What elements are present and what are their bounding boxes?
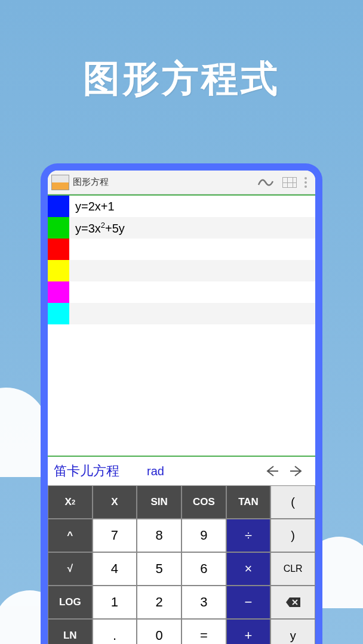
keypad: X2 X SIN COS TAN ( ^ 7 8 9 ÷ ) √ 4 5 6 ×… xyxy=(48,485,315,644)
equation-list: y=2x+1 y=3x2+5y xyxy=(48,196,315,324)
page-title: 图形方程式 xyxy=(0,0,363,104)
key-tan[interactable]: TAN xyxy=(226,485,271,519)
color-swatch[interactable] xyxy=(48,281,69,303)
key-sqrt[interactable]: √ xyxy=(48,552,93,586)
key-4[interactable]: 4 xyxy=(93,552,137,586)
equation-row[interactable] xyxy=(48,260,315,281)
key-decimal[interactable]: . xyxy=(93,619,137,644)
key-x-squared[interactable]: X2 xyxy=(48,485,93,519)
key-multiply[interactable]: × xyxy=(226,552,271,586)
key-close-paren[interactable]: ) xyxy=(270,519,315,552)
app-screen: 图形方程 y=2x+1 y=3x2+5y xyxy=(48,171,315,644)
key-log[interactable]: LOG xyxy=(48,586,93,619)
graph-view-icon[interactable] xyxy=(256,175,276,190)
key-x[interactable]: X xyxy=(93,485,137,519)
key-plus[interactable]: + xyxy=(226,619,271,644)
app-header: 图形方程 xyxy=(48,171,315,194)
key-open-paren[interactable]: ( xyxy=(270,485,315,519)
key-ln[interactable]: LN xyxy=(48,619,93,644)
equation-text: y=2x+1 xyxy=(69,200,115,213)
key-3[interactable]: 3 xyxy=(182,586,226,619)
phone-frame: 图形方程 y=2x+1 y=3x2+5y xyxy=(41,163,322,644)
color-swatch[interactable] xyxy=(48,217,69,239)
header-title: 图形方程 xyxy=(73,177,252,188)
menu-icon[interactable] xyxy=(300,177,312,188)
color-swatch[interactable] xyxy=(48,260,69,281)
key-backspace[interactable] xyxy=(270,586,315,619)
equation-text: y=3x2+5y xyxy=(69,221,125,236)
key-6[interactable]: 6 xyxy=(182,552,226,586)
key-y[interactable]: y xyxy=(270,619,315,644)
key-cos[interactable]: COS xyxy=(182,485,226,519)
equation-mode-button[interactable]: 笛卡儿方程 xyxy=(54,462,119,480)
content-area xyxy=(48,324,315,457)
key-0[interactable]: 0 xyxy=(137,619,182,644)
table-view-icon[interactable] xyxy=(279,175,300,190)
cursor-right-button[interactable] xyxy=(284,464,309,478)
key-9[interactable]: 9 xyxy=(182,519,226,552)
equation-row[interactable]: y=3x2+5y xyxy=(48,217,315,239)
equation-row[interactable] xyxy=(48,303,315,324)
key-equals[interactable]: = xyxy=(182,619,226,644)
cursor-left-button[interactable] xyxy=(259,464,284,478)
color-swatch[interactable] xyxy=(48,239,69,260)
key-8[interactable]: 8 xyxy=(137,519,182,552)
equation-row[interactable] xyxy=(48,281,315,303)
key-sin[interactable]: SIN xyxy=(137,485,182,519)
equation-row[interactable] xyxy=(48,239,315,260)
key-2[interactable]: 2 xyxy=(137,586,182,619)
key-5[interactable]: 5 xyxy=(137,552,182,586)
key-7[interactable]: 7 xyxy=(93,519,137,552)
color-swatch[interactable] xyxy=(48,196,69,217)
key-clear[interactable]: CLR xyxy=(270,552,315,586)
angle-mode-button[interactable]: rad xyxy=(147,465,164,478)
app-icon xyxy=(51,175,69,190)
key-power[interactable]: ^ xyxy=(48,519,93,552)
key-minus[interactable]: − xyxy=(226,586,271,619)
key-1[interactable]: 1 xyxy=(93,586,137,619)
equation-row[interactable]: y=2x+1 xyxy=(48,196,315,217)
mode-bar: 笛卡儿方程 rad xyxy=(48,457,315,485)
key-divide[interactable]: ÷ xyxy=(226,519,271,552)
color-swatch[interactable] xyxy=(48,303,69,324)
